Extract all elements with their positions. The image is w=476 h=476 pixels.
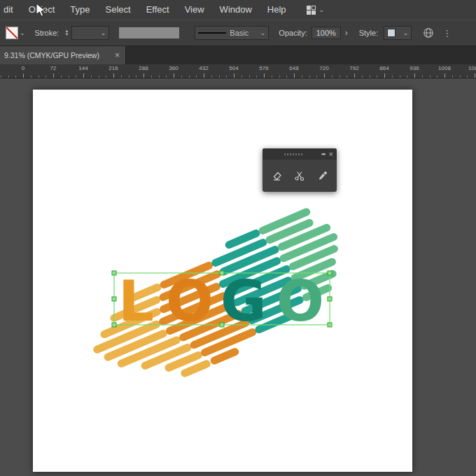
collapse-panel-icon[interactable]: ◂◂	[321, 151, 325, 157]
document-tab-bar: 9.31% (CMYK/GPU Preview) ×	[0, 46, 476, 64]
control-bar: ⌄ Stroke: ▲ ▼ ⌄ Basic ⌄ Opacity: 100% › …	[0, 20, 476, 46]
logo-letter-3[interactable]: G	[220, 269, 267, 334]
mouse-cursor	[36, 3, 46, 20]
chevron-down-icon: ⌄	[319, 6, 325, 13]
style-label: Style:	[359, 29, 379, 37]
eraser-tool-button[interactable]	[269, 167, 286, 184]
overflow-menu-icon[interactable]: ⋮	[442, 28, 451, 38]
ruler-label: 792	[346, 65, 363, 71]
menu-item-dit[interactable]: dit	[0, 0, 21, 20]
spinner-down-icon: ▼	[64, 33, 69, 36]
chevron-down-icon: ⌄	[101, 29, 106, 36]
ruler-label: 936	[406, 65, 423, 71]
stroke-style-dropdown[interactable]: Basic ⌄	[195, 26, 269, 40]
canvas-area[interactable]: LOGO ◂◂ ×	[0, 78, 476, 476]
ruler-label: 1008	[436, 65, 453, 71]
ruler-label: 0	[15, 65, 31, 71]
eyedropper-tool-button[interactable]	[314, 167, 331, 184]
ruler-label: 72	[0, 65, 1, 71]
panel-tools	[262, 160, 337, 192]
horizontal-ruler: 7207214421628836043250457664872079286493…	[0, 64, 476, 78]
ruler-label: 504	[225, 65, 242, 71]
ruler-label: 144	[75, 65, 92, 71]
ruler-label: 648	[286, 65, 302, 71]
logo-letter-1[interactable]: L	[118, 269, 154, 334]
menu-item-type[interactable]: Type	[62, 0, 97, 20]
brush-definition-box	[119, 27, 179, 38]
menu-bar: ditObjectTypeSelectEffectViewWindowHelp …	[0, 0, 476, 20]
opacity-input[interactable]: 100%	[312, 27, 341, 39]
graphic-style-dropdown[interactable]: ⌄	[384, 26, 412, 40]
logo-letter-2[interactable]: O	[166, 269, 214, 334]
document-tab-title: 9.31% (CMYK/GPU Preview)	[4, 51, 99, 59]
chevron-down-icon: ⌄	[260, 29, 266, 36]
floating-tool-panel[interactable]: ◂◂ ×	[262, 148, 337, 192]
logo-letter-4[interactable]: O	[276, 269, 324, 334]
line-sample-icon	[198, 32, 226, 34]
close-icon[interactable]: ×	[113, 50, 121, 60]
globe-icon[interactable]	[423, 27, 434, 38]
workspace-grid-icon	[307, 6, 316, 15]
ruler-label: 216	[105, 65, 122, 71]
opacity-label: Opacity:	[279, 29, 307, 37]
ruler-label: 720	[316, 65, 332, 71]
panel-header[interactable]: ◂◂ ×	[262, 148, 337, 160]
ruler-label: 432	[195, 65, 212, 71]
chevron-down-icon: ⌄	[403, 29, 409, 36]
ruler-label: 1080	[466, 65, 476, 71]
ruler-label: 576	[255, 65, 272, 71]
menu-item-select[interactable]: Select	[98, 0, 139, 20]
ruler-label: 288	[135, 65, 152, 71]
menu-item-view[interactable]: View	[177, 0, 212, 20]
ruler-label: 360	[165, 65, 182, 71]
chevron-right-icon[interactable]: ›	[345, 28, 348, 38]
workspace-switcher[interactable]: ⌄	[307, 6, 325, 15]
menu-item-window[interactable]: Window	[212, 0, 260, 20]
chevron-down-icon[interactable]: ⌄	[20, 29, 25, 36]
scissors-tool-button[interactable]	[291, 167, 308, 184]
close-icon[interactable]: ×	[329, 150, 333, 158]
fill-none-swatch[interactable]	[6, 27, 18, 39]
ruler-label: 72	[45, 65, 62, 71]
stroke-label: Stroke:	[35, 29, 59, 37]
ruler-label: 864	[376, 65, 393, 71]
style-swatch	[387, 29, 396, 37]
panel-drag-grip[interactable]	[284, 153, 302, 155]
stroke-style-value: Basic	[230, 29, 248, 37]
menu-item-effect[interactable]: Effect	[139, 0, 177, 20]
stroke-weight-stepper[interactable]: ▲ ▼	[64, 29, 69, 36]
artboard[interactable]: LOGO	[33, 90, 412, 472]
logo-artwork[interactable]: LOGO	[33, 90, 412, 472]
menu-item-help[interactable]: Help	[260, 0, 294, 20]
stroke-profile-dropdown[interactable]: ⌄	[71, 26, 109, 40]
document-tab[interactable]: 9.31% (CMYK/GPU Preview) ×	[0, 46, 126, 64]
